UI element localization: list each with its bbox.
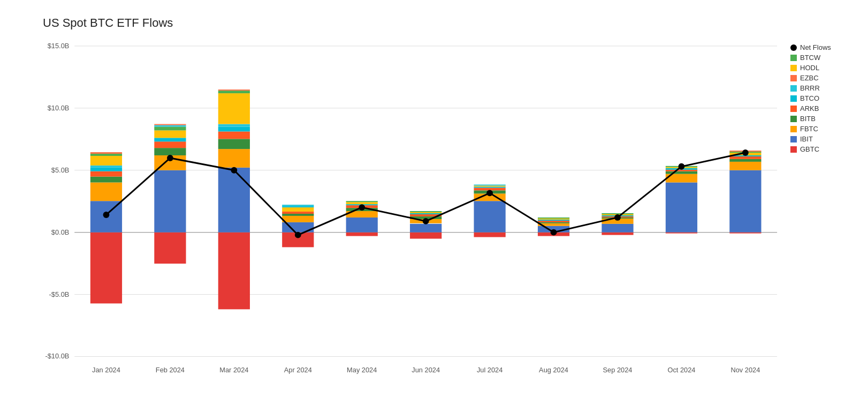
dot-nov xyxy=(742,149,749,156)
y-label-15b: $15.0B xyxy=(48,42,70,50)
chart-svg: .grid-line { stroke: #ddd; stroke-width:… xyxy=(43,41,782,386)
legend-net-flows: Net Flows xyxy=(790,43,857,51)
x-label-mar: Mar 2024 xyxy=(219,366,248,374)
bar-aug-bitb xyxy=(538,222,569,223)
bar-jan-fbtc xyxy=(90,183,122,201)
bar-mar-arkb xyxy=(218,131,250,139)
bar-jan-btco xyxy=(90,168,122,171)
bar-apr-brrr xyxy=(282,205,314,206)
bar-may-btcw xyxy=(346,201,378,202)
legend-label-bitb: BITB xyxy=(800,115,816,123)
bar-apr-bitb xyxy=(282,214,314,216)
bar-jan-arkb xyxy=(90,171,122,177)
bar-jan-gbtc xyxy=(90,232,122,304)
y-label-10b: $10.0B xyxy=(48,104,70,112)
bar-jan-ezbc xyxy=(90,152,122,154)
x-label-may: May 2024 xyxy=(347,366,377,374)
bar-feb-gbtc xyxy=(154,232,186,264)
dot-oct xyxy=(679,163,685,170)
bar-feb-hodl xyxy=(154,130,186,138)
bar-feb-arkb xyxy=(154,141,186,148)
legend-ezbc: EZBC xyxy=(790,74,857,82)
bar-feb-brrr xyxy=(154,125,186,127)
y-label-5b: $5.0B xyxy=(51,166,70,174)
legend-bitb: BITB xyxy=(790,115,857,123)
bar-may-hodl xyxy=(346,202,378,204)
bar-may-gbtc xyxy=(346,232,378,236)
x-label-jan: Jan 2024 xyxy=(92,366,120,374)
bar-aug-btco xyxy=(538,220,569,221)
legend-square-ezbc xyxy=(790,75,797,81)
y-label-n5b: -$5.0B xyxy=(49,290,70,298)
bar-may-ibit xyxy=(346,218,378,232)
bar-mar-bitb xyxy=(218,139,250,149)
legend-label-btco: BTCO xyxy=(800,94,819,102)
bar-nov-arkb xyxy=(729,156,761,159)
bar-jan-btcw xyxy=(90,154,122,156)
bar-jan-bitb xyxy=(90,177,122,183)
bar-sep-ibit xyxy=(601,224,633,232)
legend-square-brrr xyxy=(790,85,797,92)
chart-title: US Spot BTC ETF Flows xyxy=(43,16,857,30)
legend-brrr: BRRR xyxy=(790,84,857,92)
x-label-apr: Apr 2024 xyxy=(284,366,312,374)
legend-label-fbtc: FBTC xyxy=(800,125,818,133)
bar-nov-gbtc xyxy=(729,232,761,234)
bar-jun-btcw xyxy=(410,211,441,212)
bar-feb-btco xyxy=(154,138,186,141)
legend-label-hodl: HODL xyxy=(800,64,819,72)
x-label-sep: Sep 2024 xyxy=(603,366,633,374)
bar-nov-fbtc xyxy=(729,162,761,170)
legend-square-hodl xyxy=(790,65,797,71)
bar-nov-ibit xyxy=(729,170,761,232)
legend-label-net-flows: Net Flows xyxy=(800,43,831,51)
chart-area: .grid-line { stroke: #ddd; stroke-width:… xyxy=(43,41,857,386)
x-label-jul: Jul 2024 xyxy=(477,366,502,374)
bar-mar-btco xyxy=(218,127,250,132)
bar-apr-hodl xyxy=(282,207,314,212)
bar-apr-fbtc xyxy=(282,216,314,222)
bar-feb-bitb xyxy=(154,148,186,155)
chart-legend: Net Flows BTCW HODL EZBC BRRR BTCO xyxy=(782,41,857,386)
bar-mar-brrr xyxy=(218,124,250,127)
bar-mar-btcw xyxy=(218,91,250,93)
legend-square-bitb xyxy=(790,116,797,122)
legend-square-arkb xyxy=(790,106,797,112)
legend-square-ibit xyxy=(790,136,797,142)
y-label-n10b: -$10.0B xyxy=(45,352,69,360)
bar-mar-fbtc xyxy=(218,149,250,168)
chart-container: US Spot BTC ETF Flows .grid-line { strok… xyxy=(0,0,868,420)
bar-aug-arkb xyxy=(538,221,569,222)
bar-jul-hodl xyxy=(474,185,506,186)
bar-mar-ibit xyxy=(218,168,250,232)
bar-apr-btco xyxy=(282,206,314,207)
legend-hodl: HODL xyxy=(790,64,857,72)
legend-btco: BTCO xyxy=(790,94,857,102)
bar-feb-ezbc xyxy=(154,124,186,125)
bar-feb-btcw xyxy=(154,127,186,131)
bar-oct-ibit xyxy=(666,183,697,232)
legend-fbtc: FBTC xyxy=(790,125,857,133)
legend-label-brrr: BRRR xyxy=(800,84,820,92)
bar-aug-hodl xyxy=(538,219,569,220)
x-label-jun: Jun 2024 xyxy=(412,366,440,374)
bar-mar-hodl xyxy=(218,93,250,124)
legend-label-ibit: IBIT xyxy=(800,135,813,143)
bar-mar-gbtc xyxy=(218,232,250,310)
bar-oct-arkb xyxy=(666,170,697,171)
y-label-0b: $0.0B xyxy=(51,228,70,236)
bar-oct-gbtc xyxy=(666,232,697,234)
legend-square-btcw xyxy=(790,55,797,61)
dot-sep xyxy=(614,214,621,221)
bar-sep-gbtc xyxy=(601,232,633,235)
bar-feb-ibit xyxy=(154,170,186,232)
bar-sep-btcw xyxy=(601,213,633,214)
legend-label-btcw: BTCW xyxy=(800,54,820,62)
x-label-feb: Feb 2024 xyxy=(156,366,185,374)
legend-square-gbtc xyxy=(790,146,797,153)
x-label-aug: Aug 2024 xyxy=(539,366,568,374)
legend-gbtc: GBTC xyxy=(790,145,857,153)
legend-arkb: ARKB xyxy=(790,104,857,112)
dot-may xyxy=(359,204,365,211)
bar-nov-bitb xyxy=(729,159,761,162)
